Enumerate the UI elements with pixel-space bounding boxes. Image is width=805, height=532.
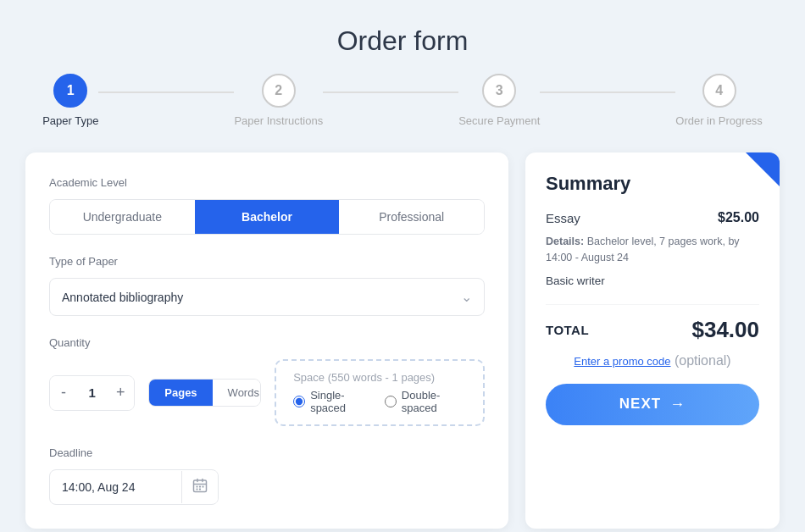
quantity-label: Quantity	[49, 336, 485, 349]
academic-level-toggle: Undergraduate Bachelor Professional	[49, 199, 485, 235]
unit-toggle: Pages Words	[148, 379, 261, 407]
summary-title: Summary	[546, 173, 759, 195]
svg-rect-5	[199, 489, 201, 490]
total-row: TOTAL $34.00	[546, 317, 759, 343]
svg-rect-3	[203, 486, 204, 488]
page-title: Order form	[0, 0, 805, 74]
step-3-label: Secure Payment	[458, 114, 540, 127]
level-professional[interactable]: Professional	[339, 200, 484, 234]
summary-item-row: Essay $25.00	[546, 210, 759, 225]
summary-details-label: Details:	[546, 236, 584, 247]
promo-optional: (optional)	[675, 353, 731, 368]
promo-link[interactable]: Enter a promo code	[574, 355, 670, 368]
calendar-icon	[192, 478, 208, 493]
level-undergraduate[interactable]: Undergraduate	[50, 200, 195, 234]
single-spaced-label[interactable]: Single-spaced	[293, 389, 371, 414]
form-card: Academic Level Undergraduate Bachelor Pr…	[25, 152, 508, 529]
qty-value: 1	[77, 376, 107, 410]
next-button-label: NEXT	[619, 396, 661, 413]
step-4-circle: 4	[702, 74, 736, 108]
space-options: Single-spaced Double-spaced	[293, 389, 466, 414]
step-line-1	[98, 91, 234, 93]
step-1: 1 Paper Type	[42, 74, 98, 127]
promo-link-container: Enter a promo code (optional)	[546, 353, 759, 369]
step-3: 3 Secure Payment	[458, 74, 540, 127]
svg-rect-2	[199, 486, 201, 488]
space-label: Space	[293, 371, 325, 384]
summary-item-price: $25.00	[718, 210, 759, 225]
qty-minus-button[interactable]: -	[50, 376, 77, 410]
summary-writer: Basic writer	[546, 274, 759, 287]
chevron-down-icon: ⌄	[461, 289, 472, 305]
double-spaced-radio[interactable]	[385, 395, 397, 408]
deadline-label: Deadline	[49, 446, 485, 459]
total-label: TOTAL	[546, 323, 589, 337]
svg-rect-1	[197, 486, 198, 488]
step-1-label: Paper Type	[42, 114, 98, 127]
paper-type-value: Annotated bibliography	[62, 291, 183, 304]
quantity-section: Quantity - 1 + Pages Words Space (550 wo…	[49, 336, 485, 426]
deadline-section: Deadline 14:00, Aug 24	[49, 446, 485, 505]
summary-divider	[546, 304, 759, 305]
paper-type-section: Type of Paper Annotated bibliography ⌄	[49, 255, 485, 316]
deadline-input-wrap: 14:00, Aug 24	[49, 469, 219, 505]
step-4-label: Order in Progress	[675, 114, 763, 127]
calendar-button[interactable]	[181, 471, 218, 503]
academic-level-label: Academic Level	[49, 176, 485, 189]
total-price: $34.00	[691, 317, 759, 343]
level-bachelor[interactable]: Bachelor	[195, 200, 340, 234]
step-2-circle: 2	[262, 74, 296, 108]
unit-pages-button[interactable]: Pages	[149, 380, 212, 406]
double-spaced-label[interactable]: Double-spaced	[385, 389, 466, 414]
single-spaced-radio[interactable]	[293, 395, 305, 408]
quantity-row: - 1 + Pages Words Space (550 words - 1 p…	[49, 359, 485, 426]
paper-type-select[interactable]: Annotated bibliography ⌄	[49, 278, 485, 316]
step-3-circle: 3	[482, 74, 516, 108]
step-2: 2 Paper Instructions	[234, 74, 323, 127]
double-spaced-text: Double-spaced	[402, 389, 466, 414]
unit-words-button[interactable]: Words	[213, 380, 262, 406]
summary-item-name: Essay	[546, 211, 580, 225]
step-4: 4 Order in Progress	[675, 74, 763, 127]
next-button[interactable]: NEXT →	[546, 384, 759, 425]
step-line-3	[540, 91, 675, 93]
paper-type-label: Type of Paper	[49, 255, 485, 268]
summary-corner-decoration	[746, 152, 780, 186]
summary-details: Details: Bachelor level, 7 pages work, b…	[546, 234, 759, 266]
space-sublabel: (550 words - 1 pages)	[328, 371, 435, 384]
space-title: Space (550 words - 1 pages)	[293, 371, 466, 384]
step-1-circle: 1	[53, 74, 87, 108]
single-spaced-text: Single-spaced	[310, 389, 371, 414]
summary-card: Summary Essay $25.00 Details: Bachelor l…	[525, 152, 780, 529]
main-content: Academic Level Undergraduate Bachelor Pr…	[0, 152, 805, 532]
step-line-2	[323, 91, 458, 93]
next-arrow-icon: →	[669, 396, 686, 413]
space-box: Space (550 words - 1 pages) Single-space…	[275, 359, 485, 426]
deadline-value: 14:00, Aug 24	[50, 470, 181, 504]
stepper: 1 Paper Type 2 Paper Instructions 3 Secu…	[0, 74, 805, 127]
qty-plus-button[interactable]: +	[107, 376, 134, 410]
svg-rect-4	[197, 489, 198, 490]
quantity-stepper: - 1 +	[49, 375, 135, 411]
step-2-label: Paper Instructions	[234, 114, 323, 127]
